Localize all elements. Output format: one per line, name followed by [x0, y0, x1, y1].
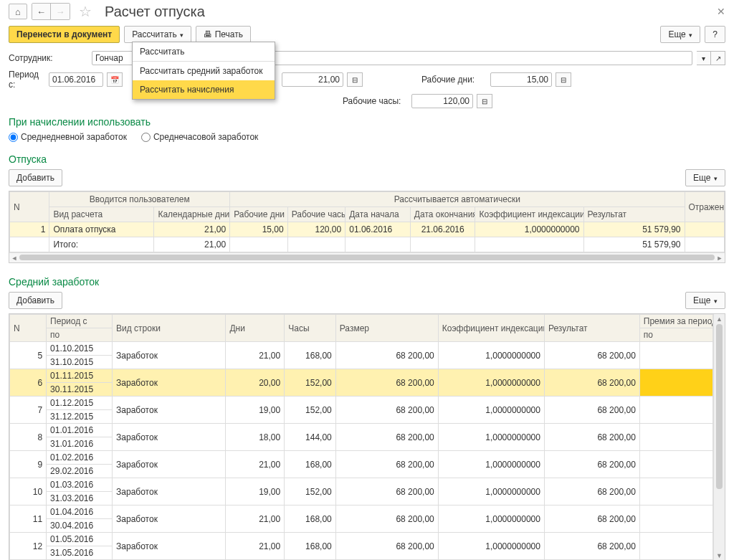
scroll-left-icon[interactable]: ◄ — [9, 253, 19, 263]
calendar-days-field[interactable]: 21,00 — [282, 72, 343, 87]
col-type: Вид расчета — [49, 207, 154, 222]
home-button[interactable]: ⌂ — [9, 4, 27, 19]
table-row[interactable]: 11 01.04.2016 Заработок 21,00 168,00 68 … — [10, 506, 713, 519]
employee-label: Сотрудник: — [9, 53, 87, 63]
col-cal-days: Календарные дни — [154, 207, 230, 222]
col-work-hours: Рабочие часы — [287, 207, 345, 222]
col-days: Дни — [226, 315, 285, 342]
dd-calc-accrual[interactable]: Рассчитать начисления — [133, 80, 275, 99]
stepper-icon[interactable]: ⊟ — [347, 72, 363, 87]
scroll-up-icon[interactable]: ▲ — [714, 314, 725, 324]
period-from-field[interactable]: 01.06.2016 — [49, 72, 103, 87]
back-button[interactable]: ← — [32, 4, 51, 19]
col-bonus2: по — [639, 328, 712, 342]
work-days-field[interactable]: 15,00 — [490, 72, 552, 87]
table-row[interactable]: 12 01.05.2016 Заработок 21,00 168,00 68 … — [10, 533, 713, 546]
vacations-title: Отпуска — [0, 148, 734, 168]
table-row[interactable]: 6 01.11.2015 Заработок 20,00 152,00 68 2… — [10, 369, 713, 383]
caret-down-icon: ▾ — [178, 32, 184, 39]
printer-icon: 🖶 — [204, 29, 214, 39]
table-row[interactable]: 8 01.01.2016 Заработок 18,00 144,00 68 2… — [10, 424, 713, 437]
col-n: N — [10, 192, 49, 222]
col-period: Период с — [47, 315, 113, 328]
open-icon[interactable]: ↗ — [711, 51, 725, 65]
close-icon[interactable]: ✕ — [714, 3, 728, 20]
calculate-dropdown: Рассчитать Рассчитать средний заработок … — [132, 42, 275, 100]
col-auto-group: Рассчитывается автоматически — [230, 192, 685, 207]
col-end: Дата окончания — [410, 207, 475, 222]
table-row[interactable]: 9 01.02.2016 Заработок 21,00 168,00 68 2… — [10, 451, 713, 465]
work-days-label: Рабочие дни: — [421, 75, 486, 85]
scroll-right-icon[interactable]: ► — [715, 253, 725, 263]
col-bonus: Премия за период — [639, 315, 712, 328]
more-vacation-button[interactable]: Еще ▾ — [685, 169, 725, 186]
dd-calc[interactable]: Рассчитать — [133, 42, 275, 61]
forward-button: → — [51, 4, 70, 19]
caret-down-icon: ▾ — [687, 32, 693, 39]
col-amount: Размер — [335, 315, 438, 342]
dropdown-icon[interactable]: ▾ — [697, 51, 711, 65]
page-title: Расчет отпуска — [105, 4, 205, 20]
add-vacation-button[interactable]: Добавить — [9, 169, 62, 186]
more-avg-button[interactable]: Еще ▾ — [685, 292, 725, 309]
calendar-icon[interactable]: 📅 — [107, 72, 123, 87]
col-period2: по — [47, 328, 113, 342]
calculate-button[interactable]: Рассчитать ▾ — [124, 26, 191, 43]
print-button[interactable]: 🖶 Печать — [196, 26, 251, 43]
table-row-total: Итого: 21,00 51 579,90 — [10, 237, 725, 252]
col-result: Результат — [544, 315, 639, 342]
col-coef: Коэффициент индексации — [438, 315, 544, 342]
col-result: Результат — [583, 207, 685, 222]
stepper-icon[interactable]: ⊟ — [477, 94, 492, 108]
scroll-thumb[interactable] — [19, 255, 715, 260]
col-n: N — [10, 315, 47, 342]
hourly-radio[interactable]: Среднечасовой заработок — [141, 132, 258, 142]
add-avg-button[interactable]: Добавить — [9, 292, 62, 309]
col-coef: Коэффициент индексации — [475, 207, 583, 222]
col-user-group: Вводится пользователем — [49, 192, 230, 207]
scroll-thumb[interactable] — [716, 324, 723, 489]
help-button[interactable]: ? — [705, 26, 725, 43]
transfer-button[interactable]: Перенести в документ — [9, 26, 120, 43]
avg-table: N Период с Вид строки Дни Часы Размер Ко… — [9, 314, 713, 560]
period-from-label: Период с: — [9, 70, 44, 90]
col-type: Вид строки — [113, 315, 226, 342]
avg-title: Средний заработок — [0, 270, 734, 290]
col-start: Дата начала — [345, 207, 411, 222]
table-row[interactable]: 10 01.03.2016 Заработок 19,00 152,00 68 … — [10, 478, 713, 492]
stepper-icon[interactable]: ⊟ — [556, 72, 571, 87]
scroll-down-icon[interactable]: ▼ — [714, 551, 725, 560]
work-hours-label: Рабочие часы: — [343, 96, 407, 106]
work-hours-field[interactable]: 120,00 — [411, 94, 473, 108]
more-button[interactable]: Еще ▾ — [660, 26, 700, 43]
calc-use-title: При начислении использовать — [0, 110, 734, 130]
h-scrollbar[interactable]: ◄ ► — [9, 252, 725, 262]
col-work-days: Рабочие дни — [230, 207, 288, 222]
col-hours: Часы — [285, 315, 336, 342]
favorite-icon[interactable]: ☆ — [79, 3, 92, 20]
table-row[interactable]: 5 01.10.2015 Заработок 21,00 168,00 68 2… — [10, 342, 713, 356]
v-scrollbar[interactable]: ▲ ▼ — [713, 314, 725, 560]
vacations-table: N Вводится пользователем Рассчитывается … — [9, 191, 725, 263]
daily-radio[interactable]: Среднедневной заработок — [9, 132, 127, 142]
col-reflected: Отражен — [685, 192, 724, 222]
table-row[interactable]: 7 01.12.2015 Заработок 19,00 152,00 68 2… — [10, 397, 713, 410]
table-row[interactable]: 1 Оплата отпуска 21,00 15,00 120,00 01.0… — [10, 222, 725, 237]
dd-calc-avg[interactable]: Рассчитать средний заработок — [133, 61, 275, 80]
